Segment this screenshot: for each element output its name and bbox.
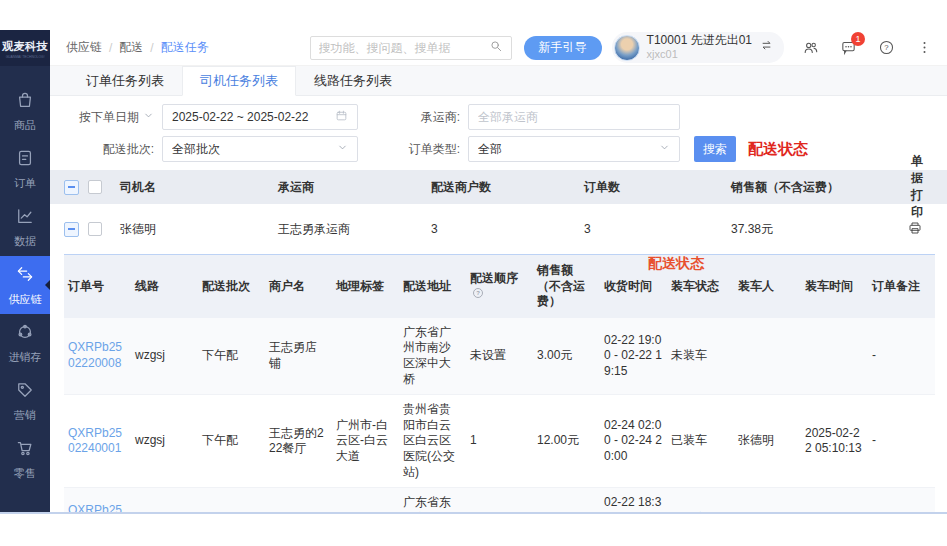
col-order-no: 订单号 (64, 255, 131, 318)
cell-load-time (801, 318, 868, 395)
user-block[interactable]: T10001 先进先出01 xjxc01 (612, 32, 784, 62)
breadcrumb-supply-chain[interactable]: 供应链 (66, 39, 102, 56)
col-batch: 配送批次 (198, 255, 265, 318)
cell-batch: 下午配 (198, 488, 265, 514)
order-number-link[interactable]: QXRPb2502240001 (68, 426, 122, 456)
chart-icon (15, 206, 35, 230)
cell-load-time (801, 488, 868, 514)
cell-geo-tag: 广州市-白云区-白云大道 (332, 395, 399, 488)
col-merchant-count: 配送商户数 (431, 179, 584, 196)
cell-remark: - (868, 395, 935, 488)
order-table-header: 订单号 线路 配送批次 商户名 地理标签 配送地址 配送顺序? 销售额（不含运费… (64, 255, 935, 318)
sidebar-item-label: 订单 (14, 176, 36, 191)
cell-geo-tag (332, 318, 399, 395)
cell-route: wzgsj (131, 318, 198, 395)
breadcrumb-separator: / (150, 41, 153, 55)
col-sales: 销售额（不含运费） (533, 255, 600, 318)
sidebar-item-orders[interactable]: 订单 (0, 140, 50, 198)
cell-loader (734, 488, 801, 514)
more-options-icon[interactable] (916, 39, 933, 56)
sidebar-item-data[interactable]: 数据 (0, 198, 50, 256)
help-icon[interactable]: ? (878, 39, 895, 56)
sidebar-item-retail[interactable]: 零售 (0, 430, 50, 488)
supply-chain-arrows-icon (15, 264, 35, 288)
order-row: QXRPb2502220007 wzgsj 下午配 二号 广东省东莞市东莞车管所… (64, 488, 935, 514)
date-range-value: 2025-02-22 ~ 2025-02-22 (172, 110, 327, 124)
carrier-label: 承运商: (398, 109, 460, 126)
topbar-icon-group: 1 ? (802, 39, 933, 56)
chevron-down-icon (143, 110, 154, 124)
calendar-icon (327, 109, 348, 125)
col-sales: 销售额（不含运费） (731, 179, 901, 196)
order-type-select[interactable]: 全部 (468, 136, 680, 162)
order-count: 3 (584, 222, 731, 236)
newbie-guide-button[interactable]: 新手引导 (524, 36, 602, 60)
messages-icon[interactable]: 1 (840, 39, 857, 56)
order-number-link[interactable]: QXRPb2502220007 (68, 503, 122, 514)
carrier-input[interactable]: 全部承运商 (468, 104, 680, 130)
col-load-time: 装车时间 (801, 255, 868, 318)
cell-load-status: 未装车 (667, 318, 734, 395)
delivery-status-annotation: 配送状态 (748, 140, 808, 159)
cell-route: wzgsj (131, 488, 198, 514)
cell-address: 贵州省贵阳市白云区白云区医院(公交站) (399, 395, 466, 488)
sidebar-item-marketing[interactable]: 营销 (0, 372, 50, 430)
sidebar-item-inventory[interactable]: 进销存 (0, 314, 50, 372)
tab-route-task-list[interactable]: 线路任务列表 (296, 66, 410, 95)
batch-select[interactable]: 全部批次 (162, 136, 358, 162)
avatar[interactable] (614, 35, 640, 61)
cell-merchant: 王志勇店铺 (265, 318, 332, 395)
order-subtable: 订单号 线路 配送批次 商户名 地理标签 配送地址 配送顺序? 销售额（不含运费… (64, 255, 935, 514)
sidebar-item-products[interactable]: 商品 (0, 82, 50, 140)
cart-icon (15, 438, 35, 462)
global-search-input[interactable] (319, 41, 483, 55)
order-number-link[interactable]: QXRPb2502220008 (68, 340, 122, 370)
collapse-row-icon[interactable] (64, 222, 79, 237)
sidebar-item-label: 零售 (14, 466, 36, 481)
user-info: T10001 先进先出01 xjxc01 (647, 34, 752, 60)
breadcrumb-delivery[interactable]: 配送 (119, 39, 143, 56)
select-all-checkbox[interactable] (88, 180, 102, 194)
collapse-all-icon[interactable] (64, 180, 79, 195)
date-type-dropdown[interactable]: 按下单日期 (72, 109, 154, 126)
date-type-label: 按下单日期 (79, 109, 139, 126)
col-merchant: 商户名 (265, 255, 332, 318)
sidebar-item-label: 营销 (14, 408, 36, 423)
global-search (310, 36, 512, 60)
carrier-placeholder: 全部承运商 (478, 109, 670, 126)
help-circle-icon[interactable]: ? (470, 286, 484, 300)
switch-account-icon[interactable] (759, 38, 774, 57)
driver-table-row: 张德明 王志勇承运商 3 3 37.38元 (50, 204, 947, 254)
cell-route: wzgsj (131, 395, 198, 488)
sidebar-item-supply-chain[interactable]: 供应链 (0, 256, 50, 314)
order-type-label: 订单类型: (398, 141, 460, 158)
printer-icon[interactable] (907, 220, 923, 239)
bag-icon (15, 90, 35, 114)
cell-batch: 下午配 (198, 318, 265, 395)
order-row: QXRPb2502220008 wzgsj 下午配 王志勇店铺 广东省广州市南沙… (64, 318, 935, 395)
cell-sequence: 未设置 (466, 488, 533, 514)
cell-sequence: 1 (466, 395, 533, 488)
col-order-count: 订单数 (584, 179, 731, 196)
driver-table-header: 司机名 承运商 配送商户数 订单数 销售额（不含运费） 单据打印 (50, 170, 947, 204)
date-range-input[interactable]: 2025-02-22 ~ 2025-02-22 (162, 104, 358, 130)
row-checkbox[interactable] (88, 222, 102, 236)
inventory-nodes-icon (15, 322, 35, 346)
cell-remark: - (868, 488, 935, 514)
search-icon[interactable] (489, 39, 503, 57)
sales-amount: 37.38元 (731, 221, 901, 238)
sidebar-item-label: 数据 (14, 234, 36, 249)
cell-load-status: 已装车 (667, 395, 734, 488)
tab-driver-task-list[interactable]: 司机任务列表 (182, 66, 296, 96)
order-type-value: 全部 (478, 141, 651, 158)
col-address: 配送地址 (399, 255, 466, 318)
tab-order-task-list[interactable]: 订单任务列表 (68, 66, 182, 95)
sidebar: 观麦科技 GUANMAI TECHNOLOGY 商品 订单 数据 供应链 (0, 30, 50, 512)
sidebar-item-label: 商品 (14, 118, 36, 133)
cell-sequence: 未设置 (466, 318, 533, 395)
merchant-count: 3 (431, 222, 584, 236)
sidebar-nav: 商品 订单 数据 供应链 进销存 营销 (0, 82, 50, 488)
delivery-status-annotation-2: 配送状态 (648, 255, 704, 273)
search-button[interactable]: 搜索 (694, 136, 736, 162)
users-icon[interactable] (802, 39, 819, 56)
